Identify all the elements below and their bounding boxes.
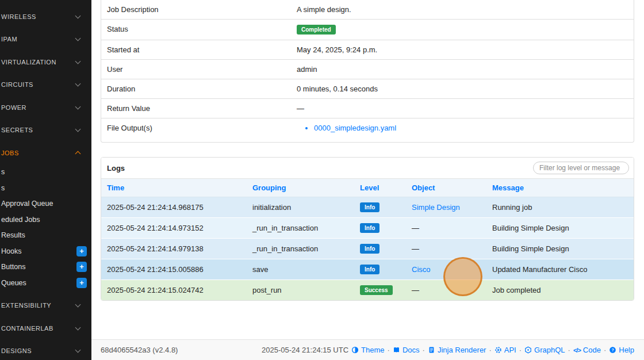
- chevron-down-icon: [75, 347, 81, 353]
- sidebar-section-jobs[interactable]: JOBS: [0, 141, 91, 164]
- sidebar-subitem-hooks[interactable]: Hooks +: [0, 243, 91, 259]
- log-object: —: [406, 280, 486, 301]
- log-grouping: post_run: [247, 280, 354, 301]
- sidebar-subitem-label: s: [1, 184, 5, 192]
- footer-link-code[interactable]: </> Code: [573, 346, 601, 354]
- sidebar-subitem-scheduled-jobs[interactable]: eduled Jobs: [0, 212, 91, 228]
- logs-header-row: Time Grouping Level Object Message: [101, 179, 634, 197]
- log-time: 2025-05-24 21:24:14.968175: [101, 197, 247, 218]
- detail-row: Return Value —: [101, 99, 634, 118]
- detail-value: May 24, 2025, 9:24 p.m.: [291, 40, 634, 60]
- log-level: Info: [354, 197, 406, 218]
- sidebar-section-virtualization[interactable]: VIRTUALIZATION: [0, 51, 91, 74]
- sidebar-subitem-buttons[interactable]: Buttons +: [0, 259, 91, 275]
- log-row: 2025-05-24 21:24:14.973152 _run_in_trans…: [101, 218, 634, 239]
- log-level: Info: [354, 218, 406, 239]
- log-level: Info: [354, 259, 406, 280]
- chevron-down-icon: [75, 104, 81, 109]
- sidebar-subitem[interactable]: s: [0, 180, 91, 196]
- detail-value: A simple design.: [291, 0, 634, 20]
- chevron-down-icon: [75, 127, 81, 132]
- log-filter-input[interactable]: [533, 162, 629, 174]
- code-icon: </>: [573, 347, 581, 354]
- sidebar-section-power[interactable]: POWER: [0, 96, 91, 119]
- separator: ·: [388, 346, 390, 354]
- log-message: Updated Manufacturer Cisco: [486, 259, 634, 280]
- log-message: Building Simple Design: [486, 239, 634, 259]
- log-grouping: _run_in_transaction: [247, 218, 354, 239]
- file-output-item: 0000_simpledesign.yaml: [314, 124, 628, 132]
- sidebar-section-containerlab[interactable]: CONTAINERLAB: [0, 317, 91, 340]
- sidebar-section-label: CIRCUITS: [1, 81, 33, 88]
- sidebar-section-wireless[interactable]: WIRELESS: [0, 5, 91, 28]
- chevron-down-icon: [75, 302, 81, 308]
- footer-link-help[interactable]: ? Help: [609, 346, 634, 354]
- sidebar-subitem-label: Approval Queue: [1, 200, 53, 208]
- sidebar-subitem-label: Hooks: [1, 247, 21, 255]
- log-row: 2025-05-24 21:24:15.024742 post_run Succ…: [101, 280, 634, 301]
- footer-link-docs[interactable]: Docs: [393, 346, 420, 354]
- detail-row: File Output(s) 0000_simpledesign.yaml: [101, 118, 634, 143]
- detail-row: Duration 0 minutes, 0.14 seconds: [101, 79, 634, 99]
- column-header-time[interactable]: Time: [101, 179, 247, 197]
- log-message: Job completed: [486, 280, 634, 301]
- chevron-down-icon: [75, 58, 81, 64]
- sidebar-section-label: WIRELESS: [1, 13, 36, 20]
- column-header-grouping[interactable]: Grouping: [247, 179, 354, 197]
- file-output-link[interactable]: 0000_simpledesign.yaml: [314, 124, 396, 132]
- footer-link-graphql[interactable]: GraphQL: [524, 346, 565, 354]
- detail-label: File Output(s): [101, 118, 291, 143]
- separator: ·: [489, 346, 491, 354]
- sidebar-section-ipam[interactable]: IPAM: [0, 28, 91, 51]
- sidebar-section-label: IPAM: [1, 36, 17, 43]
- sidebar-subitem-queues[interactable]: Queues +: [0, 275, 91, 291]
- detail-label: Status: [101, 20, 291, 40]
- chevron-up-icon: [75, 151, 81, 157]
- sidebar-section-designs[interactable]: DESIGNS: [0, 340, 91, 360]
- log-object-link[interactable]: Simple Design: [412, 203, 460, 212]
- detail-row: Started at May 24, 2025, 9:24 p.m.: [101, 40, 634, 60]
- status-badge: Completed: [297, 25, 336, 35]
- footer-link-api[interactable]: API: [494, 346, 516, 354]
- column-header-level[interactable]: Level: [354, 179, 406, 197]
- job-result-details-panel: Job Description A simple design. Status …: [101, 0, 634, 143]
- detail-value: —: [291, 99, 634, 118]
- info-badge: Info: [360, 265, 379, 274]
- log-level: Success: [354, 280, 406, 301]
- svg-text:?: ?: [611, 347, 614, 353]
- log-object-link[interactable]: Cisco: [412, 265, 431, 274]
- sidebar-section-label: POWER: [1, 104, 26, 111]
- add-job-queue-button[interactable]: +: [76, 278, 87, 288]
- footer-links: Theme · Docs · Jinja Renderer · API · Gr…: [351, 346, 634, 354]
- column-header-message[interactable]: Message: [486, 179, 634, 197]
- footer-version: 68d4065542a3 (v2.4.8): [101, 346, 262, 354]
- chevron-down-icon: [75, 13, 81, 18]
- log-grouping: _run_in_transaction: [247, 239, 354, 259]
- log-time: 2025-05-24 21:24:15.005886: [101, 259, 247, 280]
- separator: ·: [604, 346, 606, 354]
- detail-value: 0 minutes, 0.14 seconds: [291, 79, 634, 99]
- add-job-hook-button[interactable]: +: [76, 246, 87, 256]
- sidebar-subitem-approval-queue[interactable]: Approval Queue: [0, 196, 91, 212]
- sidebar-section-circuits[interactable]: CIRCUITS: [0, 74, 91, 97]
- info-badge: Info: [360, 202, 379, 212]
- detail-value: Completed: [291, 20, 634, 40]
- add-job-button-button[interactable]: +: [76, 262, 87, 272]
- sidebar-section-label: VIRTUALIZATION: [1, 59, 56, 66]
- detail-label: Duration: [101, 79, 291, 99]
- main-content: Job Description A simple design. Status …: [91, 0, 644, 360]
- info-badge: Info: [360, 223, 379, 233]
- footer-timestamp: 2025-05-24 21:24:15 UTC: [262, 346, 348, 354]
- sidebar-subitem[interactable]: s: [0, 164, 91, 181]
- log-time: 2025-05-24 21:24:15.024742: [101, 280, 247, 301]
- footer-link-jinja-renderer[interactable]: Jinja Renderer: [428, 346, 486, 354]
- logs-header: Logs: [101, 158, 634, 179]
- footer-link-theme[interactable]: Theme: [351, 346, 384, 354]
- sidebar-subitem-label: Queues: [1, 279, 26, 287]
- detail-row: Status Completed: [101, 20, 634, 40]
- sidebar-section-extensibility[interactable]: EXTENSIBILITY: [0, 294, 91, 317]
- sidebar-section-secrets[interactable]: SECRETS: [0, 119, 91, 142]
- sidebar-subitem-results[interactable]: Results: [0, 228, 91, 244]
- graphql-icon: [524, 346, 532, 354]
- column-header-object[interactable]: Object: [406, 179, 486, 197]
